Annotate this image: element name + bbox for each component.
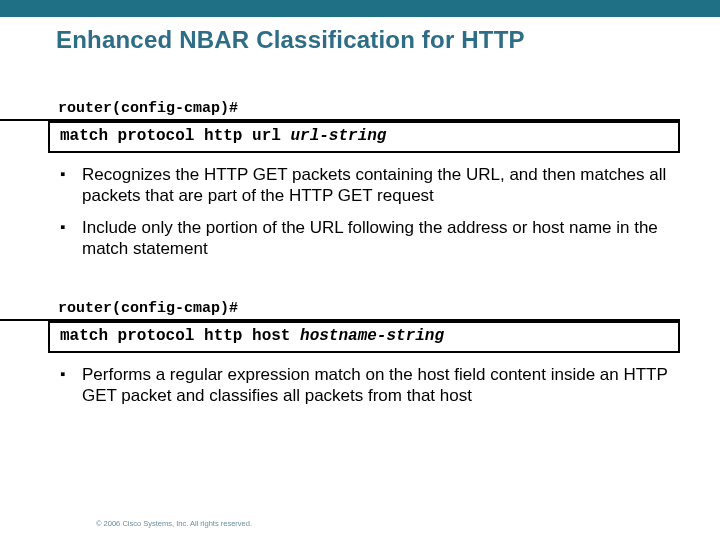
cli-command-2-arg: hostname-string [300,327,444,345]
bullets-1: Recognizes the HTTP GET packets containi… [60,165,680,260]
bullets-2: Performs a regular expression match on t… [60,365,680,406]
cli-command-2-static: match protocol http host [60,327,300,345]
block-url: router(config-cmap)# match protocol http… [0,100,720,260]
list-item: Performs a regular expression match on t… [60,365,680,406]
copyright-footer: © 2006 Cisco Systems, Inc. All rights re… [96,519,252,528]
cli-command-1-static: match protocol http url [60,127,290,145]
block-host: router(config-cmap)# match protocol http… [0,300,720,406]
cli-command-2: match protocol http host hostname-string [48,321,680,353]
accent-bar [0,0,720,17]
list-item: Recognizes the HTTP GET packets containi… [60,165,680,206]
cli-prompt-1: router(config-cmap)# [0,100,680,121]
page-title: Enhanced NBAR Classification for HTTP [0,20,720,54]
cli-command-1: match protocol http url url-string [48,121,680,153]
cli-prompt-2: router(config-cmap)# [0,300,680,321]
slide-body: Enhanced NBAR Classification for HTTP ro… [0,20,720,540]
list-item: Include only the portion of the URL foll… [60,218,680,259]
cli-command-1-arg: url-string [290,127,386,145]
